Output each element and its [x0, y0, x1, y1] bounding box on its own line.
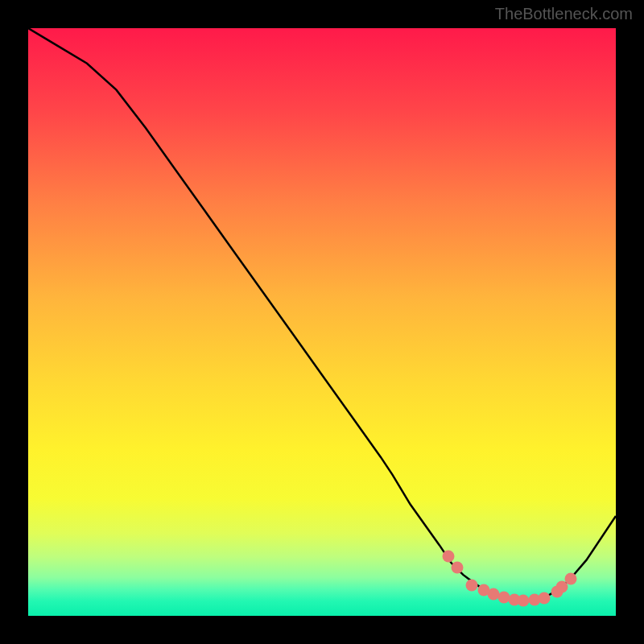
data-curve — [28, 28, 616, 616]
data-marker — [442, 550, 454, 562]
data-marker — [518, 595, 530, 607]
watermark-text: TheBottleneck.com — [495, 5, 633, 23]
plot-area — [28, 28, 616, 616]
data-marker — [538, 592, 550, 605]
data-marker — [564, 573, 576, 585]
data-marker — [466, 580, 478, 592]
data-marker — [451, 562, 463, 574]
